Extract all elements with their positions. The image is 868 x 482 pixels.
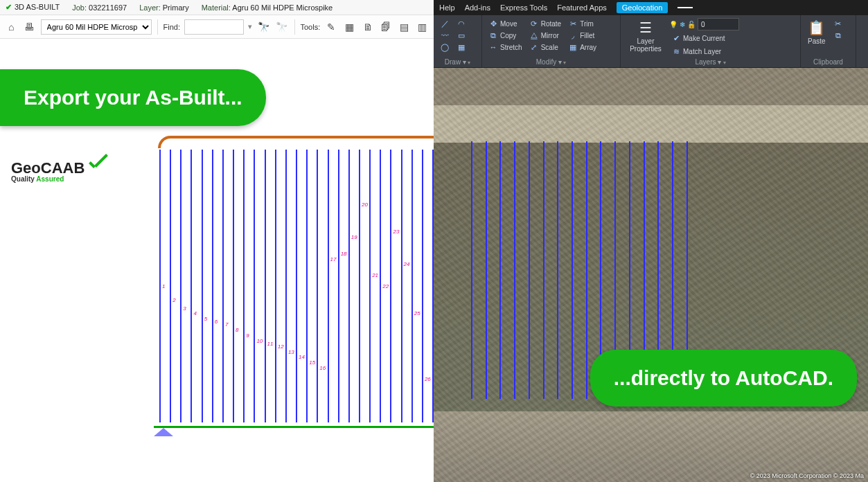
panel-draw-title[interactable]: Draw ▾ — [438, 57, 477, 66]
tool-list1-icon[interactable]: ▤ — [397, 19, 411, 35]
status-bar: ✔3D AS-BUILT Job: 032211697 Layer: Prima… — [0, 0, 434, 15]
autocad-ribbon: ／ 〰 ◯ ◠ ▭ ▦ Draw ▾ ✥Move ⧉Copy ↔Stretch — [434, 15, 868, 68]
autocad-app: Help Add-ins Express Tools Featured Apps… — [434, 0, 868, 482]
panel-layers-title[interactable]: Layers ▾ — [625, 57, 796, 66]
tool-list2-icon[interactable]: ▥ — [416, 19, 429, 35]
home-icon[interactable]: ⌂ — [4, 19, 18, 35]
cmd-line[interactable]: ／ — [438, 18, 452, 29]
imagery-credit: © 2023 Microsoft Corporation © 2023 Ma — [750, 472, 864, 479]
cmd-cut[interactable]: ✂ — [831, 18, 845, 29]
find-label: Find: — [163, 23, 180, 31]
cmd-make-current[interactable]: ✔Make Current — [669, 33, 739, 44]
cmd-arc[interactable]: ◠ — [454, 18, 468, 29]
job-field: Job: 032211697 — [72, 3, 127, 12]
panel-clipboard-title: Clipboard — [805, 57, 851, 66]
cmd-rect[interactable]: ▭ — [454, 30, 468, 41]
material-select[interactable]: Agru 60 Mil HDPE Microspike — [41, 19, 152, 35]
layer-field: Layer: Primary — [139, 3, 189, 12]
cmd-circle[interactable]: ◯ — [438, 42, 452, 53]
cmd-trim[interactable]: ✂Trim — [566, 18, 599, 29]
menu-featured-apps[interactable]: Featured Apps — [557, 3, 607, 12]
cmd-fillet[interactable]: ◞Fillet — [566, 30, 599, 41]
logo-check-icon — [87, 159, 108, 173]
tool-docs-icon[interactable]: 🗐 — [379, 19, 393, 35]
panel-layers: ☰ Layer Properties 💡❄🔓 ✔Make Current ≋Ma… — [621, 15, 801, 67]
ribbon-collapse-icon[interactable] — [677, 7, 693, 8]
asbuilt-drawing: 1 2 3 4 5 6 7 8 9 10 11 12 13 14 15 16 1… — [145, 136, 434, 440]
cmd-scale[interactable]: ⤢Scale — [527, 42, 563, 53]
material-field: Material: Agru 60 Mil HDPE Microspike — [202, 3, 333, 12]
menu-express-tools[interactable]: Express Tools — [500, 3, 547, 12]
cmd-match-layer[interactable]: ≋Match Layer — [669, 46, 739, 57]
cmd-copyclip[interactable]: ⧉ — [831, 30, 845, 41]
checkmark-icon: ✔3D AS-BUILT — [6, 3, 60, 12]
cmd-hatch[interactable]: ▦ — [454, 42, 468, 53]
cmd-move[interactable]: ✥Move — [486, 18, 524, 29]
find-next-icon: 🔭 — [274, 19, 288, 35]
panel-draw: ／ 〰 ◯ ◠ ▭ ▦ Draw ▾ — [434, 15, 482, 67]
layer-combo[interactable] — [698, 18, 739, 30]
toolbar: ⌂ 🖶 Agru 60 Mil HDPE Microspike Find: ▾ … — [0, 15, 434, 39]
cmd-mirror[interactable]: ⧋Mirror — [527, 30, 563, 41]
find-icon[interactable]: 🔭 — [256, 19, 270, 35]
cmd-layer-properties[interactable]: ☰ Layer Properties — [625, 18, 666, 54]
tool-grid-icon[interactable]: ▦ — [343, 19, 357, 35]
panel-columns: 1 2 3 4 5 6 7 8 9 10 11 12 13 14 15 16 1… — [159, 150, 434, 422]
corner-triangle — [154, 428, 173, 436]
menu-help[interactable]: Help — [439, 3, 455, 12]
print-icon[interactable]: 🖶 — [22, 19, 36, 35]
tools-label: Tools: — [301, 23, 321, 31]
panel-modify-title[interactable]: Modify ▾ — [486, 57, 616, 66]
tool-pencil-icon[interactable]: ✎ — [324, 19, 338, 35]
autocad-menubar: Help Add-ins Express Tools Featured Apps… — [434, 0, 868, 15]
cmd-array[interactable]: ▦Array — [566, 42, 599, 53]
cmd-copy[interactable]: ⧉Copy — [486, 30, 524, 41]
panel-clipboard: 📋 Paste ✂ ⧉ Clipboard — [801, 15, 856, 67]
panel-modify: ✥Move ⧉Copy ↔Stretch ⟳Rotate ⧋Mirror ⤢Sc… — [482, 15, 621, 67]
cmd-rotate[interactable]: ⟳Rotate — [527, 18, 563, 29]
geocaab-logo: GeoCAAB Quality Assured — [11, 159, 108, 183]
callout-autocad: ...directly to AutoCAD. — [590, 350, 857, 407]
aerial-view[interactable]: © 2023 Microsoft Corporation © 2023 Ma — [434, 68, 868, 482]
find-input[interactable] — [184, 19, 244, 35]
cmd-paste[interactable]: 📋 Paste — [805, 18, 829, 46]
cmd-stretch[interactable]: ↔Stretch — [486, 42, 524, 53]
tool-doc-icon[interactable]: 🗎 — [361, 19, 375, 35]
tab-geolocation[interactable]: Geolocation — [617, 2, 668, 13]
callout-export: Export your As-Built... — [0, 69, 266, 126]
menu-addins[interactable]: Add-ins — [465, 3, 490, 12]
cmd-polyline[interactable]: 〰 — [438, 30, 452, 41]
liner-edge — [158, 136, 434, 148]
toe-line — [154, 426, 434, 428]
